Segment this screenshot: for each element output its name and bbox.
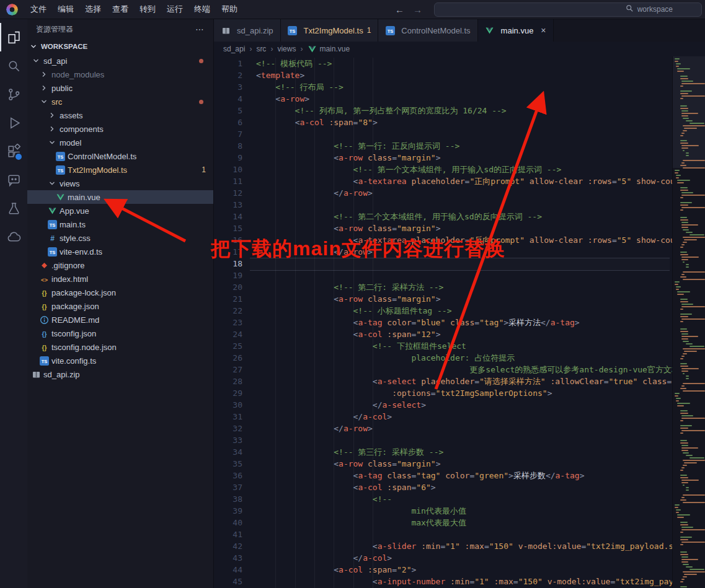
code-line-26[interactable]: 26 placeholder: 占位符提示 bbox=[214, 352, 672, 364]
code-line-44[interactable]: 44 <a-col :span="2"> bbox=[214, 564, 672, 576]
code-line-18[interactable]: 18 bbox=[214, 258, 672, 270]
more-actions-icon[interactable]: ⋯ bbox=[195, 24, 205, 34]
code-line-22[interactable]: 22 <!-- 小标题组件tag --> bbox=[214, 305, 672, 317]
code-line-13[interactable]: 13 bbox=[214, 199, 672, 211]
minimap-slider[interactable] bbox=[673, 56, 705, 168]
file-package.json[interactable]: {}package.json bbox=[27, 299, 213, 313]
command-center-search[interactable]: workspace bbox=[434, 2, 702, 17]
file-ControlNetModel.ts[interactable]: TSControlNetModel.ts bbox=[27, 149, 213, 163]
breadcrumb-item-src[interactable]: src bbox=[256, 45, 266, 53]
code-line-27[interactable]: 27 更多select的熟悉感可以参考ant-design-vue官方文档 --… bbox=[214, 364, 672, 375]
extensions-icon[interactable] bbox=[0, 137, 27, 165]
breadcrumb-item-main.vue[interactable]: main.vue bbox=[307, 44, 350, 54]
code-line-14[interactable]: 14 <!-- 第二个文本域组件, 用于输入sd的反向提示词 --> bbox=[214, 211, 672, 222]
menu-item[interactable]: 选择 bbox=[79, 2, 107, 17]
menu-item[interactable]: 帮助 bbox=[216, 2, 243, 17]
code-line-8[interactable]: 8 <!-- 第一行: 正反向提示词 --> bbox=[214, 140, 672, 152]
chat-icon[interactable] bbox=[0, 165, 27, 194]
code-line-24[interactable]: 24 <a-col :span="12"> bbox=[214, 328, 672, 340]
run-debug-icon[interactable] bbox=[0, 108, 27, 137]
file-index.html[interactable]: <>index.html bbox=[27, 272, 213, 286]
code-line-3[interactable]: 3 <!-- 行布局 --> bbox=[214, 81, 672, 93]
file-Txt2ImgModel.ts[interactable]: TSTxt2ImgModel.ts1 bbox=[27, 163, 213, 177]
file-style.css[interactable]: #style.css bbox=[27, 231, 213, 245]
code-line-34[interactable]: 34 <!-- 第三行: 采样步数 --> bbox=[214, 446, 672, 458]
folder-src[interactable]: src bbox=[27, 95, 213, 108]
code-line-23[interactable]: 23 <a-tag color="blue" class="tag">采样方法<… bbox=[214, 317, 672, 328]
code-line-43[interactable]: 43 </a-col> bbox=[214, 552, 672, 564]
file-main.vue[interactable]: main.vue bbox=[27, 190, 213, 204]
code-line-35[interactable]: 35 <a-row class="margin"> bbox=[214, 458, 672, 470]
code-line-30[interactable]: 30 </a-select> bbox=[214, 399, 672, 411]
menu-item[interactable]: 运行 bbox=[161, 2, 188, 17]
menu-item[interactable]: 转到 bbox=[134, 2, 161, 17]
menu-item[interactable]: 终端 bbox=[188, 2, 216, 17]
minimap[interactable] bbox=[672, 56, 705, 588]
code-line-1[interactable]: 1<!-- 模板代码 --> bbox=[214, 58, 672, 69]
code-line-25[interactable]: 25 <!-- 下拉框组件select bbox=[214, 340, 672, 352]
source-control-icon[interactable] bbox=[0, 80, 27, 108]
code-line-2[interactable]: 2<template> bbox=[214, 69, 672, 81]
menu-item[interactable]: 查看 bbox=[107, 2, 134, 17]
code-line-38[interactable]: 38 <!-- bbox=[214, 493, 672, 505]
file-tsconfig.json[interactable]: {}tsconfig.json bbox=[27, 327, 213, 340]
code-line-28[interactable]: 28 <a-select placeholder="请选择采样方法" :allo… bbox=[214, 375, 672, 387]
code-line-9[interactable]: 9 <a-row class="margin"> bbox=[214, 152, 672, 164]
folder-sd_api[interactable]: sd_api bbox=[27, 54, 213, 68]
file-package-lock.json[interactable]: {}package-lock.json bbox=[27, 286, 213, 299]
code-line-42[interactable]: 42 <a-slider :min="1" :max="150" v-model… bbox=[214, 540, 672, 552]
code-line-40[interactable]: 40 max代表最大值 bbox=[214, 517, 672, 529]
code-line-17[interactable]: 17 </a-row> bbox=[214, 246, 672, 258]
breadcrumb-item-views[interactable]: views bbox=[277, 45, 296, 53]
folder-views[interactable]: views bbox=[27, 177, 213, 190]
code-line-32[interactable]: 32 </a-row> bbox=[214, 423, 672, 434]
testing-icon[interactable] bbox=[0, 194, 27, 222]
breadcrumb[interactable]: sd_api›src›views›main.vue bbox=[214, 42, 705, 56]
code-line-21[interactable]: 21 <a-row class="margin"> bbox=[214, 293, 672, 305]
breadcrumb-item-sd_api[interactable]: sd_api bbox=[223, 45, 245, 53]
close-icon[interactable]: × bbox=[541, 25, 546, 35]
file-vite.config.ts[interactable]: TSvite.config.ts bbox=[27, 354, 213, 367]
nav-back-icon[interactable]: ← bbox=[391, 4, 409, 15]
code-line-37[interactable]: 37 <a-col :span="6"> bbox=[214, 481, 672, 493]
menu-item[interactable]: 文件 bbox=[25, 2, 52, 17]
folder-public[interactable]: public bbox=[27, 81, 213, 95]
folder-model[interactable]: model bbox=[27, 136, 213, 149]
code-line-29[interactable]: 29 :options="txt2ImgSamplerOptions"> bbox=[214, 387, 672, 399]
file-App.vue[interactable]: App.vue bbox=[27, 204, 213, 217]
code-line-19[interactable]: 19 bbox=[214, 270, 672, 281]
search-icon[interactable] bbox=[0, 51, 27, 80]
code-area[interactable]: 1<!-- 模板代码 -->2<template>3 <!-- 行布局 -->4… bbox=[214, 56, 672, 588]
code-line-10[interactable]: 10 <!-- 第一个文本域组件, 用于输入sd的正向提示词 --> bbox=[214, 164, 672, 175]
nav-forward-icon[interactable]: → bbox=[409, 4, 427, 15]
workspace-section-header[interactable]: WORKSPACE bbox=[27, 39, 213, 54]
code-line-15[interactable]: 15 <a-row class="margin"> bbox=[214, 222, 672, 234]
code-line-33[interactable]: 33 bbox=[214, 434, 672, 446]
remote-icon[interactable] bbox=[0, 222, 27, 251]
code-line-4[interactable]: 4 <a-row> bbox=[214, 93, 672, 105]
code-line-36[interactable]: 36 <a-tag class="tag" color="green">采样步数… bbox=[214, 470, 672, 481]
code-line-12[interactable]: 12 </a-row> bbox=[214, 187, 672, 199]
code-line-7[interactable]: 7 bbox=[214, 128, 672, 140]
code-line-31[interactable]: 31 </a-col> bbox=[214, 411, 672, 423]
code-line-41[interactable]: 41 bbox=[214, 529, 672, 540]
code-line-20[interactable]: 20 <!-- 第二行: 采样方法 --> bbox=[214, 281, 672, 293]
code-line-45[interactable]: 45 <a-input-number :min="1" :max="150" v… bbox=[214, 576, 672, 587]
menu-item[interactable]: 编辑 bbox=[52, 2, 79, 17]
file-tsconfig.node.json[interactable]: {}tsconfig.node.json bbox=[27, 340, 213, 354]
code-line-39[interactable]: 39 min代表最小值 bbox=[214, 505, 672, 517]
file-vite-env.d.ts[interactable]: TSvite-env.d.ts bbox=[27, 245, 213, 258]
file-.gitignore[interactable]: .gitignore bbox=[27, 258, 213, 272]
tab-ControlNetModel.ts[interactable]: TSControlNetModel.ts bbox=[378, 19, 477, 42]
folder-components[interactable]: components bbox=[27, 122, 213, 136]
file-README.md[interactable]: README.md bbox=[27, 313, 213, 327]
tab-main.vue[interactable]: main.vue× bbox=[478, 19, 554, 42]
tab-sd_api.zip[interactable]: sd_api.zip bbox=[214, 19, 281, 42]
file-sd_api.zip[interactable]: sd_api.zip bbox=[27, 367, 213, 381]
code-line-5[interactable]: 5 <!-- 列布局, 第一列占整个网页的宽度比为 16/24 --> bbox=[214, 105, 672, 116]
code-line-16[interactable]: 16 <a-textarea placeholder="反向prompt" al… bbox=[214, 234, 672, 246]
folder-assets[interactable]: assets bbox=[27, 108, 213, 122]
file-main.ts[interactable]: TSmain.ts bbox=[27, 217, 213, 231]
folder-node_modules[interactable]: node_modules bbox=[27, 68, 213, 81]
tab-Txt2ImgModel.ts[interactable]: TSTxt2ImgModel.ts1 bbox=[281, 19, 379, 42]
